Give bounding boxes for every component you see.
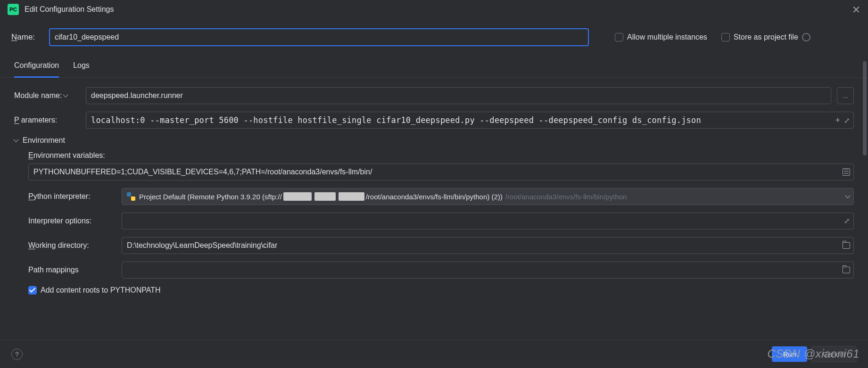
tabs: Configuration Logs xyxy=(0,51,868,78)
interp-options-label: Interpreter options: xyxy=(28,217,116,225)
env-vars-label: Environment variables: xyxy=(28,151,854,160)
python-icon xyxy=(127,192,135,201)
scrollbar[interactable] xyxy=(862,61,867,335)
chevron-down-icon xyxy=(845,193,850,198)
checkbox-checked-icon xyxy=(28,286,37,294)
add-content-roots-checkbox[interactable]: Add content roots to PYTHONPATH xyxy=(28,286,161,294)
expand-icon[interactable]: ⤢ xyxy=(844,217,850,225)
path-mappings-input[interactable] xyxy=(122,262,854,278)
checkbox-icon xyxy=(721,33,730,41)
scrollbar-thumb[interactable] xyxy=(863,61,867,155)
env-vars-input[interactable] xyxy=(28,164,854,180)
redacted xyxy=(283,192,312,201)
interpreter-label: Python interpreter: xyxy=(28,192,116,201)
browse-button[interactable]: ... xyxy=(837,87,854,104)
list-icon[interactable] xyxy=(843,168,850,176)
parameters-input[interactable] xyxy=(86,112,854,129)
path-mappings-label: Path mappings xyxy=(28,266,116,274)
plus-icon[interactable]: + xyxy=(835,115,840,125)
close-icon[interactable] xyxy=(852,5,860,14)
store-as-project-file-checkbox[interactable]: Store as project file xyxy=(721,33,810,41)
name-label: Name: xyxy=(11,33,40,42)
pycharm-icon: PC xyxy=(8,4,19,15)
interp-options-input[interactable] xyxy=(122,213,854,229)
gear-icon[interactable] xyxy=(802,33,810,41)
redacted xyxy=(314,192,336,201)
folder-icon[interactable] xyxy=(843,242,850,249)
title-bar: PC Edit Configuration Settings xyxy=(0,0,868,19)
help-button[interactable]: ? xyxy=(11,349,23,360)
parameters-label: Parameters: xyxy=(14,116,80,124)
tab-logs[interactable]: Logs xyxy=(73,57,90,77)
run-button[interactable]: Run xyxy=(772,346,808,362)
folder-icon[interactable] xyxy=(843,267,850,273)
tab-configuration[interactable]: Configuration xyxy=(14,57,59,78)
checkbox-icon xyxy=(615,33,623,41)
expand-icon[interactable]: ⤢ xyxy=(844,116,850,124)
working-dir-label: Working directory: xyxy=(28,241,116,250)
dialog-title: Edit Configuration Settings xyxy=(25,5,114,14)
module-name-input[interactable] xyxy=(86,87,831,104)
name-row: Name: Allow multiple instances Store as … xyxy=(0,19,868,51)
interpreter-select[interactable]: Project Default (Remote Python 3.9.20 (s… xyxy=(122,188,854,205)
module-name-label[interactable]: Module name: xyxy=(14,91,80,100)
redacted xyxy=(339,192,364,201)
cancel-button[interactable]: Cancel xyxy=(811,346,857,362)
environment-section-header[interactable]: Environment xyxy=(14,136,854,145)
bottom-bar: ? Run Cancel xyxy=(0,340,868,368)
working-dir-input[interactable] xyxy=(122,237,854,254)
chevron-down-icon xyxy=(13,137,18,142)
allow-multiple-instances-checkbox[interactable]: Allow multiple instances xyxy=(615,33,707,41)
chevron-down-icon xyxy=(63,92,68,97)
content-panel: Module name: ... Parameters: + ⤢ Environ… xyxy=(0,78,868,342)
name-input[interactable] xyxy=(49,28,589,46)
